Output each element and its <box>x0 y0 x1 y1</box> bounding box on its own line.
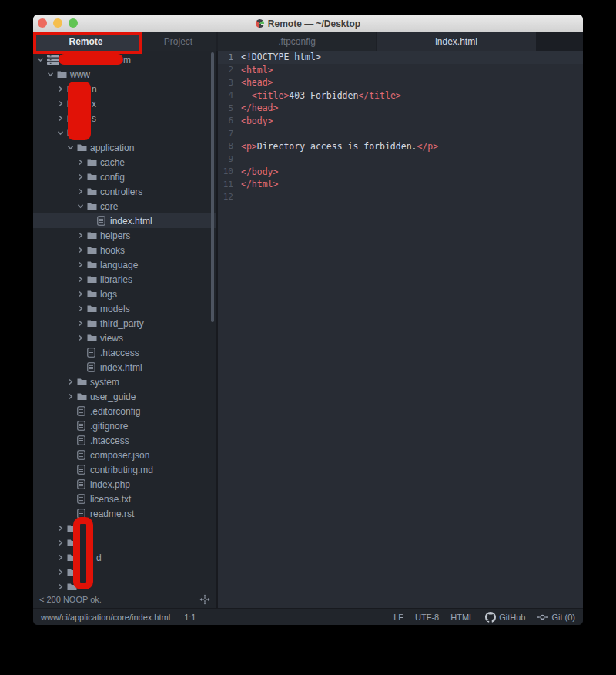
minimize-button[interactable] <box>53 18 62 28</box>
code-line-4[interactable]: 4 <title>403 Forbidden</title> <box>218 89 583 102</box>
editor-tab-index.html[interactable]: index.html <box>377 32 536 51</box>
tree-row-redacted[interactable] <box>33 536 216 550</box>
tree-row-core[interactable]: core <box>33 199 216 213</box>
tree-row-redacted[interactable] <box>33 565 216 579</box>
tree-row-redacted[interactable] <box>33 579 216 591</box>
chevron-down-icon[interactable] <box>57 129 67 136</box>
chevron-right-icon[interactable] <box>57 86 67 92</box>
tree-row-composer.json[interactable]: composer.json <box>33 448 216 462</box>
tree-row-contributing.md[interactable]: contributing.md <box>33 462 216 477</box>
code-line-11[interactable]: 11</html> <box>218 178 583 191</box>
tree-row-.editorconfig[interactable]: .editorconfig <box>33 404 216 418</box>
editor-tab-ftpconfig[interactable]: .ftpconfig <box>218 32 376 51</box>
tree-row-www[interactable]: www <box>33 67 216 82</box>
chevron-right-icon[interactable] <box>57 539 67 546</box>
chevron-right-icon[interactable] <box>77 173 87 180</box>
tree-row-user_guide[interactable]: user_guide <box>33 389 216 404</box>
chevron-right-icon[interactable] <box>77 305 87 312</box>
folder-icon <box>87 173 100 181</box>
line-ending-indicator[interactable]: LF <box>393 613 403 622</box>
encoding-indicator[interactable]: UTF-8 <box>415 613 439 622</box>
chevron-down-icon[interactable] <box>67 144 77 151</box>
tree-label: hooks <box>100 245 125 256</box>
tree-row-index.php[interactable]: index.php <box>33 477 216 492</box>
tree-scrollbar[interactable] <box>211 52 214 322</box>
tree-row-.htaccess[interactable]: .htaccess <box>33 433 216 448</box>
tree-row-redacted[interactable]: n <box>33 82 216 96</box>
chevron-right-icon[interactable] <box>77 334 87 341</box>
code-line-3[interactable]: 3<head> <box>218 76 583 89</box>
tree-row-logs[interactable]: logs <box>33 287 216 301</box>
chevron-right-icon[interactable] <box>57 525 67 532</box>
code-line-10[interactable]: 10</body> <box>218 166 583 179</box>
chevron-down-icon[interactable] <box>77 203 87 210</box>
tree-row-index.html[interactable]: index.html <box>33 213 216 228</box>
code-line-8[interactable]: 8<p>Directory access is forbidden.</p> <box>218 140 583 153</box>
github-label: GitHub <box>499 613 525 622</box>
chevron-right-icon[interactable] <box>77 276 87 283</box>
github-status-item[interactable]: GitHub <box>485 612 525 623</box>
chevron-right-icon[interactable] <box>77 261 87 268</box>
chevron-right-icon[interactable] <box>67 393 77 400</box>
tree-label-fragment: x <box>92 99 96 109</box>
chevron-down-icon[interactable] <box>37 56 47 63</box>
tree-label: readme.rst <box>90 509 134 519</box>
code-line-5[interactable]: 5</head> <box>218 102 583 115</box>
folder-icon <box>87 319 100 327</box>
code-line-12[interactable]: 12 <box>218 191 583 204</box>
tree-row-.gitignore[interactable]: .gitignore <box>33 418 216 433</box>
chevron-down-icon[interactable] <box>47 71 57 78</box>
cursor-position[interactable]: 1:1 <box>184 613 196 622</box>
zoom-button[interactable] <box>69 18 78 28</box>
tree-label-fragment: m <box>123 55 131 65</box>
tree-row-third_party[interactable]: third_party <box>33 316 216 331</box>
chevron-right-icon[interactable] <box>77 188 87 195</box>
chevron-right-icon[interactable] <box>57 554 67 561</box>
chevron-right-icon[interactable] <box>77 159 87 166</box>
tree-row-hooks[interactable]: hooks <box>33 243 216 257</box>
tree-row-cache[interactable]: cache <box>33 155 216 170</box>
tree-row-redacted[interactable]: s <box>33 111 216 126</box>
tree-row-libraries[interactable]: libraries <box>33 272 216 287</box>
tree-row-readme.rst[interactable]: readme.rst <box>33 506 216 521</box>
tree-row-helpers[interactable]: helpers <box>33 228 216 243</box>
tree-row-license.txt[interactable]: license.txt <box>33 492 216 506</box>
code-line-2[interactable]: 2<html> <box>218 64 583 77</box>
file-path[interactable]: www/ci/application/core/index.html <box>41 613 170 622</box>
chevron-right-icon[interactable] <box>57 100 67 107</box>
tree-row-redacted[interactable]: d <box>33 550 216 565</box>
dock-tab-project[interactable]: Project <box>140 32 216 51</box>
code-line-6[interactable]: 6<body> <box>218 115 583 128</box>
code-line-9[interactable]: 9 <box>218 153 583 166</box>
tree-row-index.html[interactable]: index.html <box>33 360 216 374</box>
tree-row-.htaccess[interactable]: .htaccess <box>33 345 216 360</box>
grammar-indicator[interactable]: HTML <box>450 613 474 622</box>
chevron-right-icon[interactable] <box>77 232 87 239</box>
close-button[interactable] <box>38 18 47 28</box>
code-line-1[interactable]: 1<!DOCTYPE html> <box>218 51 583 64</box>
tree-row-system[interactable]: system <box>33 374 216 389</box>
code-line-7[interactable]: 7 <box>218 127 583 140</box>
tree-row-redacted[interactable] <box>33 126 216 140</box>
tree-row-models[interactable]: models <box>33 301 216 316</box>
tree-row-config[interactable]: config <box>33 170 216 184</box>
tree-row-views[interactable]: views <box>33 331 216 345</box>
chevron-right-icon[interactable] <box>57 115 67 122</box>
tree-row-redacted[interactable]: x <box>33 96 216 111</box>
chevron-right-icon[interactable] <box>67 378 77 385</box>
folder-icon <box>87 275 100 284</box>
sync-icon[interactable] <box>199 594 210 605</box>
tree-row-language[interactable]: language <box>33 257 216 272</box>
chevron-right-icon[interactable] <box>77 320 87 327</box>
chevron-right-icon[interactable] <box>57 583 67 590</box>
tree-row-controllers[interactable]: controllers <box>33 184 216 199</box>
code-editor[interactable]: 1<!DOCTYPE html>2<html>3<head>4 <title>4… <box>218 51 583 608</box>
tree-label: libraries <box>100 274 132 285</box>
tree-row-redacted[interactable] <box>33 521 216 536</box>
chevron-right-icon[interactable] <box>77 247 87 254</box>
chevron-right-icon[interactable] <box>57 569 67 576</box>
tree-row-application[interactable]: application <box>33 140 216 155</box>
git-status-item[interactable]: Git (0) <box>537 613 575 622</box>
chevron-right-icon[interactable] <box>77 290 87 297</box>
file-icon <box>87 362 100 372</box>
